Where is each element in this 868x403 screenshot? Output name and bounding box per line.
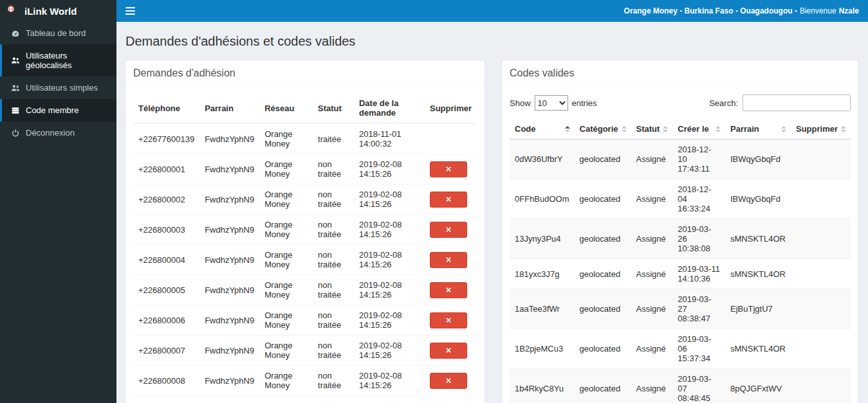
delete-button[interactable]: × <box>430 192 467 208</box>
delete-button[interactable]: × <box>430 373 467 389</box>
table-cell: 13Jyny3Pu4 <box>510 219 575 259</box>
close-icon: × <box>446 225 451 234</box>
delete-cell: × <box>425 245 477 275</box>
sortable-column-header[interactable]: Créer le <box>672 119 725 139</box>
delete-button[interactable]: × <box>430 161 467 177</box>
table-cell <box>791 179 851 219</box>
sidebar-item-deconnexion[interactable]: Déconnexion <box>0 121 116 144</box>
table-cell: non traitée <box>313 396 354 403</box>
table-cell: FwdhzYphN9 <box>199 123 259 154</box>
table-row: +226800002FwdhzYphN9Orange Moneynon trai… <box>133 184 477 215</box>
table-cell <box>791 369 851 403</box>
sort-icon <box>781 126 786 132</box>
sidebar-item-label: Tableau de bord <box>26 28 86 38</box>
close-icon: × <box>446 285 451 294</box>
table-cell: geolocated <box>575 369 631 403</box>
table-cell: +22677600139 <box>133 123 199 154</box>
table-cell: Assigné <box>631 259 673 289</box>
delete-cell: × <box>425 154 477 184</box>
table-row: +22677600139FwdhzYphN9Orange Moneytraité… <box>133 123 477 154</box>
table-cell: +226800001 <box>133 154 199 184</box>
table-row: +226800009FwdhzYphN9Orange Moneynon trai… <box>133 396 477 403</box>
sortable-column-header[interactable]: Supprimer <box>791 119 851 139</box>
table-cell <box>791 289 851 329</box>
sidebar-item-dashboard[interactable]: Tableau de bord <box>0 22 116 44</box>
table-cell: 181yxc3J7g <box>510 259 575 289</box>
close-icon: × <box>446 376 451 385</box>
sidebar-item-label: Déconnexion <box>26 128 75 138</box>
table-cell: geolocated <box>575 329 631 369</box>
sortable-column-header[interactable]: Code <box>510 119 575 139</box>
table-cell: Orange Money <box>259 396 313 403</box>
search-input[interactable] <box>743 94 851 111</box>
table-cell <box>791 139 851 179</box>
delete-button[interactable]: × <box>430 282 467 298</box>
table-cell: 2019-02-08 14:15:26 <box>354 366 425 396</box>
close-icon: × <box>446 165 451 174</box>
sidebar-item-utilisateurs-simples[interactable]: Utilisateurs simples <box>0 76 116 99</box>
delete-cell <box>425 123 477 154</box>
main-content: Demandes d'adhésions et codes valides De… <box>116 22 868 403</box>
table-cell: 1b4RkyC8Yu <box>510 369 575 403</box>
table-cell: FwdhzYphN9 <box>199 336 259 366</box>
table-row: 0dW36UfbrYgeolocatedAssigné2018-12-10 17… <box>510 139 851 179</box>
table-cell: +226800005 <box>133 275 199 305</box>
show-label: Show <box>510 98 531 108</box>
delete-button[interactable]: × <box>430 222 467 238</box>
column-header: Supprimer <box>425 93 477 123</box>
table-cell: Assigné <box>631 329 673 369</box>
brand[interactable]: iLink World <box>0 0 116 22</box>
table-cell: non traitée <box>313 154 354 184</box>
delete-button[interactable]: × <box>430 312 467 328</box>
table-cell: Assigné <box>631 139 673 179</box>
table-cell: geolocated <box>575 289 631 329</box>
sidebar-item-code-membre[interactable]: Code membre <box>0 99 116 121</box>
sort-icon <box>841 126 846 132</box>
table-cell: 2019-02-08 14:15:26 <box>354 245 425 275</box>
table-cell: traitée <box>313 123 354 154</box>
table-cell: Orange Money <box>259 336 313 366</box>
codes-table: CodeCatégorieStatutCréer leParrainSuppri… <box>510 119 851 403</box>
sort-icon <box>565 126 570 132</box>
sidebar-item-label: Utilisateurs simples <box>26 83 98 93</box>
top-navbar: iLink World Orange Money - Burkina Faso … <box>0 0 868 22</box>
delete-cell: × <box>425 184 477 215</box>
column-header: Téléphone <box>133 93 199 123</box>
users-icon <box>11 84 20 93</box>
sortable-column-header[interactable]: Catégorie <box>575 119 631 139</box>
power-icon <box>11 129 20 138</box>
table-row: 1aaTee3fWrgeolocatedAssigné2019-03-27 08… <box>510 289 851 329</box>
codes-table-header-row: CodeCatégorieStatutCréer leParrainSuppri… <box>510 119 851 139</box>
column-label: Créer le <box>678 124 708 134</box>
table-cell: FwdhzYphN9 <box>199 366 259 396</box>
column-header: Statut <box>313 93 354 123</box>
delete-button[interactable]: × <box>430 252 467 268</box>
sortable-column-header[interactable]: Parrain <box>725 119 791 139</box>
topbar-welcome-label: Bienvenue <box>800 6 836 15</box>
table-cell: FwdhzYphN9 <box>199 396 259 403</box>
column-header: Réseau <box>259 93 313 123</box>
page-length-select[interactable]: 10 <box>535 95 568 111</box>
sidebar-toggle-button[interactable] <box>116 0 143 22</box>
table-cell: geolocated <box>575 139 631 179</box>
dashboard-icon <box>11 29 20 38</box>
table-cell: 2018-12-10 17:43:11 <box>672 139 725 179</box>
delete-cell: × <box>425 336 477 366</box>
page-length-control: Show 10 entries <box>510 95 597 111</box>
sortable-column-header[interactable]: Statut <box>631 119 673 139</box>
topbar-username: Nzale <box>839 6 859 15</box>
table-row: +226800005FwdhzYphN9Orange Moneynon trai… <box>133 275 477 305</box>
sidebar-item-utilisateurs-geolocalises[interactable]: Utilisateurs géolocalisés <box>0 44 116 76</box>
table-row: +226800003FwdhzYphN9Orange Moneynon trai… <box>133 215 477 245</box>
delete-button[interactable]: × <box>430 343 467 359</box>
table-cell: Orange Money <box>259 305 313 336</box>
sidebar-item-label: Code membre <box>26 105 78 115</box>
table-cell: 0FFhBudOOm <box>510 179 575 219</box>
topbar-user-info: Orange Money - Burkina Faso - Ouagadougo… <box>624 0 859 22</box>
close-icon: × <box>446 195 451 204</box>
table-cell: FwdhzYphN9 <box>199 184 259 215</box>
globe-logo-icon <box>6 4 19 17</box>
table-cell: IBWqyGbqFd <box>725 139 791 179</box>
table-row: 1B2pjeMCu3geolocatedAssigné2019-03-06 15… <box>510 329 851 369</box>
table-cell: Orange Money <box>259 366 313 396</box>
